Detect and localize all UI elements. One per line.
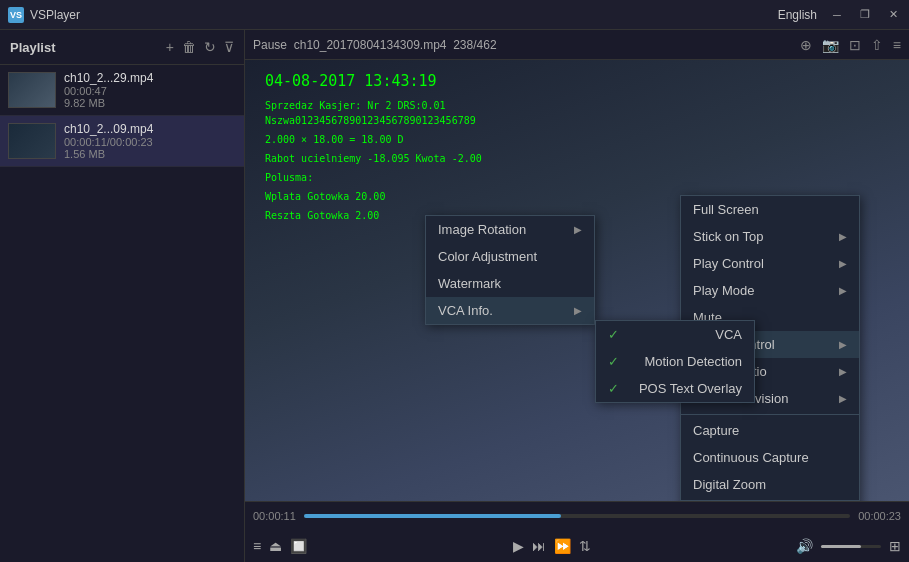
check-icon: ✓ xyxy=(608,327,619,342)
video-frame[interactable]: 04-08-2017 13:43:19 Sprzedaz Kasjer: Nr … xyxy=(245,60,909,501)
control-buttons-row: ≡ ⏏ 🔲 ▶ ⏭ ⏩ ⇅ 🔊 ⊞ xyxy=(245,530,909,562)
video-timestamp: 04-08-2017 13:43:19 xyxy=(265,72,437,90)
arrow-icon: ▶ xyxy=(839,393,847,404)
title-bar: VS VSPlayer English ─ ❐ ✕ xyxy=(0,0,909,30)
playlist-item-name: ch10_2...29.mp4 xyxy=(64,71,236,85)
arrow-icon: ▶ xyxy=(574,305,582,316)
playlist-header: Playlist + 🗑 ↻ ⊽ xyxy=(0,30,244,65)
submenu-item-vca[interactable]: ✓ VCA xyxy=(596,321,754,348)
volume-icon[interactable]: 🔊 xyxy=(796,538,813,554)
playlist-item-info: ch10_2...29.mp4 00:00:47 9.82 MB xyxy=(64,71,236,109)
playlist-thumbnail xyxy=(8,72,56,108)
arrow-icon: ▶ xyxy=(839,366,847,377)
playlist-item[interactable]: ch10_2...29.mp4 00:00:47 9.82 MB xyxy=(0,65,244,116)
restore-button[interactable]: ❐ xyxy=(857,7,873,23)
fast-forward-button[interactable]: ⏩ xyxy=(554,538,571,554)
video-overlay-text: Sprzedaz Kasjer: Nr 2 DRS:0.01 Nszwa0123… xyxy=(265,98,482,223)
menu-item-fullscreen[interactable]: Full Screen xyxy=(681,196,859,223)
thumbnail-image xyxy=(9,124,55,158)
filter-playlist-icon[interactable]: ⊽ xyxy=(224,39,234,55)
playlist-item[interactable]: ch10_2...09.mp4 00:00:11/00:00:23 1.56 M… xyxy=(0,116,244,167)
progress-track[interactable] xyxy=(304,514,850,518)
arrow-icon: ▶ xyxy=(839,339,847,350)
total-time-label: 00:00:23 xyxy=(858,510,901,522)
menu-divider xyxy=(681,414,859,415)
arrow-icon: ▶ xyxy=(839,285,847,296)
play-pause-button[interactable]: ▶ xyxy=(513,538,524,554)
volume-track[interactable] xyxy=(821,545,881,548)
video-toolbar: Pause ch10_20170804134309.mp4 238/462 ⊕ … xyxy=(245,30,909,60)
repeat-playlist-icon[interactable]: ↻ xyxy=(204,39,216,55)
next-frame-button[interactable]: ⏭ xyxy=(532,538,546,554)
close-button[interactable]: ✕ xyxy=(885,7,901,23)
delete-playlist-icon[interactable]: 🗑 xyxy=(182,39,196,55)
menu-item-digital-zoom[interactable]: Digital Zoom xyxy=(681,471,859,498)
playlist-item-size: 1.56 MB xyxy=(64,148,236,160)
camera-icon[interactable]: ⊡ xyxy=(849,37,861,53)
current-time-label: 00:00:11 xyxy=(253,510,296,522)
submenu-image-control: Image Rotation ▶ Color Adjustment Waterm… xyxy=(425,215,595,325)
menu-item-stick-on-top[interactable]: Stick on Top ▶ xyxy=(681,223,859,250)
eject-button[interactable]: ⏏ xyxy=(269,538,282,554)
video-area: Pause ch10_20170804134309.mp4 238/462 ⊕ … xyxy=(245,30,909,562)
grid-layout-button[interactable]: ⊞ xyxy=(889,538,901,554)
sidebar: Playlist + 🗑 ↻ ⊽ ch10_2...29.mp4 00:00:4… xyxy=(0,30,245,562)
submenu-item-vca-info[interactable]: VCA Info. ▶ xyxy=(426,297,594,324)
app-title: VSPlayer xyxy=(30,8,80,22)
main-layout: Playlist + 🗑 ↻ ⊽ ch10_2...29.mp4 00:00:4… xyxy=(0,30,909,562)
menu-item-capture[interactable]: Capture xyxy=(681,417,859,444)
arrow-icon: ▶ xyxy=(574,224,582,235)
zoom-in-icon[interactable]: ⊕ xyxy=(800,37,812,53)
language-selector[interactable]: English xyxy=(778,8,817,22)
video-toolbar-icons: ⊕ 📷 ⊡ ⇧ ≡ xyxy=(800,37,901,53)
volume-fill xyxy=(821,545,861,548)
arrow-icon: ▶ xyxy=(839,231,847,242)
submenu-item-motion-detection[interactable]: ✓ Motion Detection xyxy=(596,348,754,375)
minimize-button[interactable]: ─ xyxy=(829,7,845,23)
menu-item-continuous-capture[interactable]: Continuous Capture xyxy=(681,444,859,471)
add-playlist-icon[interactable]: + xyxy=(166,39,174,55)
submenu-item-color-adjustment[interactable]: Color Adjustment xyxy=(426,243,594,270)
menu-item-play-mode[interactable]: Play Mode ▶ xyxy=(681,277,859,304)
speed-button[interactable]: ⇅ xyxy=(579,538,591,554)
title-bar-left: VS VSPlayer xyxy=(8,7,80,23)
video-filename: Pause ch10_20170804134309.mp4 238/462 xyxy=(253,38,794,52)
snapshot-button[interactable]: 🔲 xyxy=(290,538,307,554)
menu-item-play-control[interactable]: Play Control ▶ xyxy=(681,250,859,277)
check-icon: ✓ xyxy=(608,381,619,396)
video-controls: 00:00:11 00:00:23 ≡ ⏏ 🔲 ▶ ⏭ ⏩ ⇅ 🔊 xyxy=(245,501,909,562)
submenu-item-image-rotation[interactable]: Image Rotation ▶ xyxy=(426,216,594,243)
playlist-item-info: ch10_2...09.mp4 00:00:11/00:00:23 1.56 M… xyxy=(64,122,236,160)
submenu-vca-info: ✓ VCA ✓ Motion Detection ✓ POS Text Over… xyxy=(595,320,755,403)
playlist-item-size: 9.82 MB xyxy=(64,97,236,109)
screenshot-icon[interactable]: 📷 xyxy=(822,37,839,53)
app-logo: VS xyxy=(8,7,24,23)
playlist-toolbar: + 🗑 ↻ ⊽ xyxy=(166,39,234,55)
title-bar-controls: English ─ ❐ ✕ xyxy=(778,7,901,23)
arrow-icon: ▶ xyxy=(839,258,847,269)
playlist-item-duration: 00:00:11/00:00:23 xyxy=(64,136,236,148)
playlist-title: Playlist xyxy=(10,40,56,55)
upload-icon[interactable]: ⇧ xyxy=(871,37,883,53)
playlist-item-name: ch10_2...09.mp4 xyxy=(64,122,236,136)
thumbnail-image xyxy=(9,73,55,107)
submenu-item-pos-text-overlay[interactable]: ✓ POS Text Overlay xyxy=(596,375,754,402)
progress-bar-row: 00:00:11 00:00:23 xyxy=(245,502,909,530)
playlist-thumbnail xyxy=(8,123,56,159)
submenu-item-watermark[interactable]: Watermark xyxy=(426,270,594,297)
menu-icon[interactable]: ≡ xyxy=(893,37,901,53)
check-icon: ✓ xyxy=(608,354,619,369)
playlist-item-duration: 00:00:47 xyxy=(64,85,236,97)
menu-divider xyxy=(681,500,859,501)
playlist-button[interactable]: ≡ xyxy=(253,538,261,554)
progress-fill xyxy=(304,514,561,518)
